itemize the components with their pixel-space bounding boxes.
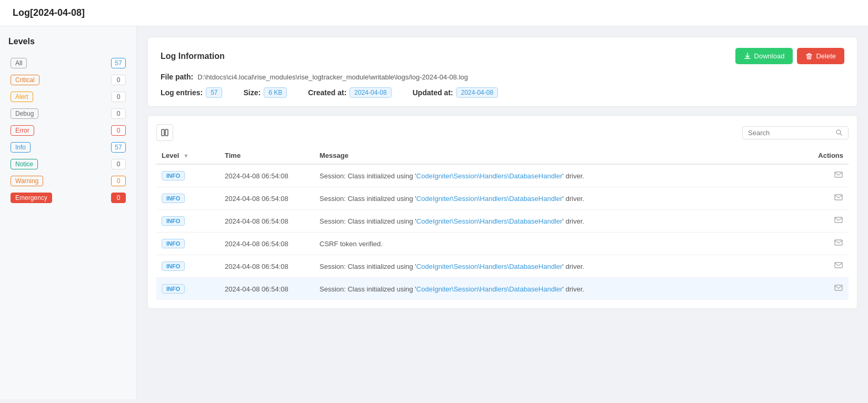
sidebar-item-error[interactable]: Error 0 <box>8 122 128 139</box>
updated-at-label: Updated at: <box>413 88 453 97</box>
cell-time: 2024-04-08 06:54:08 <box>220 164 314 187</box>
table-card: Level ▼ Time Message Actions INFO 2024-0… <box>147 115 857 309</box>
action-mail-icon[interactable] <box>834 240 843 249</box>
cell-message: Session: Class initialized using 'CodeIg… <box>314 187 796 210</box>
main-layout: Levels All 57 Critical 0 Alert 0 Debug 0… <box>0 26 868 399</box>
table-row: INFO 2024-04-08 06:54:08 Session: Class … <box>156 210 849 233</box>
level-filter-icon[interactable]: ▼ <box>183 153 189 159</box>
svg-rect-3 <box>835 172 842 177</box>
cell-message: Session: Class initialized using 'CodeIg… <box>314 255 796 278</box>
cell-actions <box>796 164 849 187</box>
sidebar-item-warning[interactable]: Warning 0 <box>8 173 128 189</box>
cell-time: 2024-04-08 06:54:08 <box>220 187 314 210</box>
cell-time: 2024-04-08 06:54:08 <box>220 210 314 233</box>
download-button[interactable]: Download <box>735 48 793 64</box>
level-badge-critical: Critical <box>11 75 39 85</box>
created-at-item: Created at: 2024-04-08 <box>308 87 392 98</box>
log-entries-value: 57 <box>206 87 222 98</box>
sidebar-item-alert[interactable]: Alert 0 <box>8 88 128 105</box>
table-row: INFO 2024-04-08 06:54:08 Session: Class … <box>156 255 849 278</box>
level-badge-all: All <box>11 58 27 68</box>
level-badge-notice: Notice <box>11 159 38 169</box>
size-label: Size: <box>243 88 261 97</box>
action-mail-icon[interactable] <box>834 217 843 226</box>
level-badge-emergency: Emergency <box>11 193 52 203</box>
cell-time: 2024-04-08 06:54:08 <box>220 233 314 255</box>
sidebar-item-critical[interactable]: Critical 0 <box>8 72 128 88</box>
level-badge-warning: Warning <box>11 176 43 186</box>
level-badge-debug: Debug <box>11 108 38 119</box>
svg-rect-0 <box>162 129 164 136</box>
size-value: 6 KB <box>264 87 287 98</box>
cell-level: INFO <box>156 164 220 187</box>
level-badge-alert: Alert <box>11 92 33 102</box>
search-box <box>742 126 849 139</box>
log-info-card: Log Information Download Delete <box>147 37 857 107</box>
sidebar-title: Levels <box>8 37 128 46</box>
sidebar-item-debug[interactable]: Debug 0 <box>8 105 128 122</box>
log-info-title: Log Information <box>161 52 225 61</box>
action-mail-icon[interactable] <box>834 285 843 294</box>
cell-message: Session: Class initialized using 'CodeIg… <box>314 278 796 300</box>
meta-row: Log entries: 57 Size: 6 KB Created at: 2… <box>161 87 844 98</box>
level-count-warning: 0 <box>111 176 126 186</box>
svg-rect-7 <box>835 263 842 268</box>
action-mail-icon[interactable] <box>834 172 843 181</box>
level-count-critical: 0 <box>111 75 126 85</box>
cell-time: 2024-04-08 06:54:08 <box>220 278 314 300</box>
cell-actions <box>796 278 849 300</box>
cell-message: Session: Class initialized using 'CodeIg… <box>314 210 796 233</box>
cell-level: INFO <box>156 233 220 255</box>
svg-point-2 <box>836 130 841 134</box>
level-col-badge: INFO <box>162 171 185 180</box>
page-header: Log[2024-04-08] <box>0 0 868 26</box>
level-count-error: 0 <box>111 125 126 136</box>
table-row: INFO 2024-04-08 06:54:08 Session: Class … <box>156 278 849 300</box>
page-title: Log[2024-04-08] <box>13 7 85 18</box>
cell-level: INFO <box>156 187 220 210</box>
content-area: Log Information Download Delete <box>137 26 868 399</box>
level-count-notice: 0 <box>111 159 126 169</box>
file-path-label: File path: <box>161 73 193 81</box>
cell-actions <box>796 255 849 278</box>
svg-rect-5 <box>835 217 842 223</box>
sidebar: Levels All 57 Critical 0 Alert 0 Debug 0… <box>0 26 137 399</box>
level-col-badge: INFO <box>162 261 185 271</box>
cell-actions <box>796 187 849 210</box>
cell-level: INFO <box>156 278 220 300</box>
log-info-header: Log Information Download Delete <box>161 48 844 64</box>
created-at-label: Created at: <box>308 88 346 97</box>
search-input[interactable] <box>748 129 832 137</box>
action-mail-icon[interactable] <box>834 263 843 271</box>
cell-level: INFO <box>156 210 220 233</box>
sidebar-item-emergency[interactable]: Emergency 0 <box>8 189 128 206</box>
columns-toggle-button[interactable] <box>156 124 173 141</box>
col-message: Message <box>314 147 796 164</box>
log-table: Level ▼ Time Message Actions INFO 2024-0… <box>156 147 849 300</box>
action-buttons: Download Delete <box>735 48 844 64</box>
table-toolbar <box>156 124 849 141</box>
cell-level: INFO <box>156 255 220 278</box>
cell-message: CSRF token verified. <box>314 233 796 255</box>
sidebar-item-info[interactable]: Info 57 <box>8 139 128 156</box>
download-icon <box>744 53 751 60</box>
log-entries-item: Log entries: 57 <box>161 87 222 98</box>
level-count-emergency: 0 <box>111 193 126 203</box>
svg-rect-4 <box>835 195 842 200</box>
action-mail-icon[interactable] <box>834 195 843 204</box>
table-row: INFO 2024-04-08 06:54:08 Session: Class … <box>156 187 849 210</box>
level-col-badge: INFO <box>162 239 185 248</box>
sidebar-item-notice[interactable]: Notice 0 <box>8 156 128 173</box>
col-level: Level ▼ <box>156 147 220 164</box>
col-actions: Actions <box>796 147 849 164</box>
level-count-all: 57 <box>111 58 126 68</box>
svg-rect-6 <box>835 240 842 245</box>
level-count-alert: 0 <box>111 92 126 102</box>
level-badge-error: Error <box>11 125 34 136</box>
delete-button[interactable]: Delete <box>797 48 844 64</box>
updated-at-item: Updated at: 2024-04-08 <box>413 87 498 98</box>
search-icon <box>835 129 843 136</box>
sidebar-item-all[interactable]: All 57 <box>8 55 128 72</box>
cell-message: Session: Class initialized using 'CodeIg… <box>314 164 796 187</box>
level-col-badge: INFO <box>162 194 185 203</box>
